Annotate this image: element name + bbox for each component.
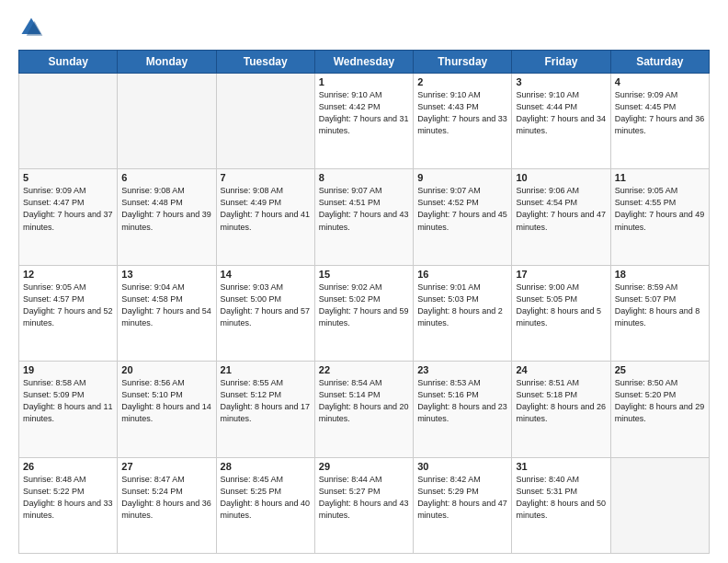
day-info: Sunrise: 9:09 AM Sunset: 4:45 PM Dayligh…	[615, 89, 705, 137]
calendar-cell: 9Sunrise: 9:07 AM Sunset: 4:52 PM Daylig…	[414, 169, 512, 265]
weekday-header-thursday: Thursday	[414, 51, 512, 74]
day-number: 20	[121, 364, 211, 375]
calendar-cell: 12Sunrise: 9:05 AM Sunset: 4:57 PM Dayli…	[19, 265, 118, 361]
day-info: Sunrise: 9:04 AM Sunset: 4:58 PM Dayligh…	[121, 282, 211, 329]
day-number: 10	[516, 172, 606, 183]
weekday-header-tuesday: Tuesday	[216, 51, 314, 74]
calendar-cell: 11Sunrise: 9:05 AM Sunset: 4:55 PM Dayli…	[610, 169, 709, 265]
calendar-cell: 5Sunrise: 9:09 AM Sunset: 4:47 PM Daylig…	[19, 169, 118, 265]
day-info: Sunrise: 8:55 AM Sunset: 5:12 PM Dayligh…	[221, 377, 311, 425]
day-info: Sunrise: 9:07 AM Sunset: 4:52 PM Dayligh…	[417, 185, 507, 233]
calendar-cell	[19, 74, 118, 169]
day-info: Sunrise: 8:47 AM Sunset: 5:24 PM Dayligh…	[121, 474, 211, 522]
calendar-cell: 18Sunrise: 8:59 AM Sunset: 5:07 PM Dayli…	[610, 265, 709, 361]
day-info: Sunrise: 9:10 AM Sunset: 4:44 PM Dayligh…	[516, 89, 606, 137]
day-number: 21	[221, 364, 311, 375]
logo-icon	[18, 15, 44, 40]
week-row-4: 19Sunrise: 8:58 AM Sunset: 5:09 PM Dayli…	[19, 362, 710, 457]
calendar-cell: 19Sunrise: 8:58 AM Sunset: 5:09 PM Dayli…	[19, 362, 118, 457]
calendar-cell: 21Sunrise: 8:55 AM Sunset: 5:12 PM Dayli…	[216, 362, 314, 457]
calendar-cell	[610, 457, 709, 553]
week-row-1: 1Sunrise: 9:10 AM Sunset: 4:42 PM Daylig…	[19, 74, 710, 169]
logo	[18, 15, 48, 40]
calendar-cell: 1Sunrise: 9:10 AM Sunset: 4:42 PM Daylig…	[314, 74, 413, 169]
day-number: 28	[221, 461, 311, 472]
calendar-cell: 10Sunrise: 9:06 AM Sunset: 4:54 PM Dayli…	[512, 169, 610, 265]
day-info: Sunrise: 8:59 AM Sunset: 5:07 PM Dayligh…	[615, 282, 705, 329]
weekday-header-monday: Monday	[118, 51, 216, 74]
day-number: 9	[417, 172, 507, 183]
day-number: 17	[516, 269, 606, 280]
day-info: Sunrise: 9:09 AM Sunset: 4:47 PM Dayligh…	[23, 185, 113, 233]
day-info: Sunrise: 8:48 AM Sunset: 5:22 PM Dayligh…	[23, 474, 113, 522]
day-number: 16	[417, 269, 507, 280]
day-info: Sunrise: 8:51 AM Sunset: 5:18 PM Dayligh…	[516, 377, 606, 425]
day-number: 6	[121, 172, 211, 183]
week-row-5: 26Sunrise: 8:48 AM Sunset: 5:22 PM Dayli…	[19, 457, 710, 553]
day-number: 31	[516, 461, 606, 472]
calendar-cell: 4Sunrise: 9:09 AM Sunset: 4:45 PM Daylig…	[610, 74, 709, 169]
day-number: 24	[516, 364, 606, 375]
calendar-table: SundayMondayTuesdayWednesdayThursdayFrid…	[18, 50, 710, 554]
calendar-cell: 6Sunrise: 9:08 AM Sunset: 4:48 PM Daylig…	[118, 169, 216, 265]
day-number: 3	[516, 76, 606, 87]
weekday-header-sunday: Sunday	[19, 51, 118, 74]
calendar-cell: 24Sunrise: 8:51 AM Sunset: 5:18 PM Dayli…	[512, 362, 610, 457]
day-info: Sunrise: 9:10 AM Sunset: 4:42 PM Dayligh…	[319, 89, 409, 137]
day-info: Sunrise: 8:44 AM Sunset: 5:27 PM Dayligh…	[319, 474, 409, 522]
header	[18, 15, 710, 40]
calendar-cell: 20Sunrise: 8:56 AM Sunset: 5:10 PM Dayli…	[118, 362, 216, 457]
calendar-cell: 2Sunrise: 9:10 AM Sunset: 4:43 PM Daylig…	[414, 74, 512, 169]
calendar-cell: 27Sunrise: 8:47 AM Sunset: 5:24 PM Dayli…	[118, 457, 216, 553]
weekday-header-saturday: Saturday	[610, 51, 709, 74]
calendar-cell: 3Sunrise: 9:10 AM Sunset: 4:44 PM Daylig…	[512, 74, 610, 169]
calendar-cell: 25Sunrise: 8:50 AM Sunset: 5:20 PM Dayli…	[610, 362, 709, 457]
day-info: Sunrise: 8:40 AM Sunset: 5:31 PM Dayligh…	[516, 474, 606, 522]
calendar-cell: 14Sunrise: 9:03 AM Sunset: 5:00 PM Dayli…	[216, 265, 314, 361]
day-number: 19	[23, 364, 113, 375]
day-number: 15	[319, 269, 409, 280]
day-number: 11	[615, 172, 705, 183]
calendar-cell: 23Sunrise: 8:53 AM Sunset: 5:16 PM Dayli…	[414, 362, 512, 457]
day-number: 22	[319, 364, 409, 375]
day-number: 30	[417, 461, 507, 472]
calendar-cell: 16Sunrise: 9:01 AM Sunset: 5:03 PM Dayli…	[414, 265, 512, 361]
calendar-cell: 8Sunrise: 9:07 AM Sunset: 4:51 PM Daylig…	[314, 169, 413, 265]
day-info: Sunrise: 8:45 AM Sunset: 5:25 PM Dayligh…	[221, 474, 311, 522]
day-number: 26	[23, 461, 113, 472]
week-row-2: 5Sunrise: 9:09 AM Sunset: 4:47 PM Daylig…	[19, 169, 710, 265]
calendar-cell	[118, 74, 216, 169]
day-info: Sunrise: 9:08 AM Sunset: 4:48 PM Dayligh…	[121, 185, 211, 233]
day-number: 12	[23, 269, 113, 280]
calendar-cell: 22Sunrise: 8:54 AM Sunset: 5:14 PM Dayli…	[314, 362, 413, 457]
day-number: 13	[121, 269, 211, 280]
day-number: 14	[221, 269, 311, 280]
week-row-3: 12Sunrise: 9:05 AM Sunset: 4:57 PM Dayli…	[19, 265, 710, 361]
page: SundayMondayTuesdayWednesdayThursdayFrid…	[0, 0, 728, 563]
calendar-cell: 31Sunrise: 8:40 AM Sunset: 5:31 PM Dayli…	[512, 457, 610, 553]
day-info: Sunrise: 9:05 AM Sunset: 4:55 PM Dayligh…	[615, 185, 705, 233]
day-number: 8	[319, 172, 409, 183]
day-info: Sunrise: 9:02 AM Sunset: 5:02 PM Dayligh…	[319, 282, 409, 329]
day-info: Sunrise: 8:56 AM Sunset: 5:10 PM Dayligh…	[121, 377, 211, 425]
calendar-cell: 28Sunrise: 8:45 AM Sunset: 5:25 PM Dayli…	[216, 457, 314, 553]
day-info: Sunrise: 8:53 AM Sunset: 5:16 PM Dayligh…	[417, 377, 507, 425]
day-info: Sunrise: 9:00 AM Sunset: 5:05 PM Dayligh…	[516, 282, 606, 329]
day-info: Sunrise: 9:06 AM Sunset: 4:54 PM Dayligh…	[516, 185, 606, 233]
calendar-cell: 29Sunrise: 8:44 AM Sunset: 5:27 PM Dayli…	[314, 457, 413, 553]
day-info: Sunrise: 8:42 AM Sunset: 5:29 PM Dayligh…	[417, 474, 507, 522]
calendar-cell: 17Sunrise: 9:00 AM Sunset: 5:05 PM Dayli…	[512, 265, 610, 361]
day-info: Sunrise: 9:03 AM Sunset: 5:00 PM Dayligh…	[221, 282, 311, 329]
calendar-cell: 30Sunrise: 8:42 AM Sunset: 5:29 PM Dayli…	[414, 457, 512, 553]
day-number: 29	[319, 461, 409, 472]
day-info: Sunrise: 8:50 AM Sunset: 5:20 PM Dayligh…	[615, 377, 705, 425]
day-info: Sunrise: 9:05 AM Sunset: 4:57 PM Dayligh…	[23, 282, 113, 329]
calendar-cell: 7Sunrise: 9:08 AM Sunset: 4:49 PM Daylig…	[216, 169, 314, 265]
day-number: 1	[319, 76, 409, 87]
day-number: 2	[417, 76, 507, 87]
weekday-header-wednesday: Wednesday	[314, 51, 413, 74]
weekday-header-row: SundayMondayTuesdayWednesdayThursdayFrid…	[19, 51, 710, 74]
day-number: 18	[615, 269, 705, 280]
day-number: 7	[221, 172, 311, 183]
day-info: Sunrise: 9:07 AM Sunset: 4:51 PM Dayligh…	[319, 185, 409, 233]
